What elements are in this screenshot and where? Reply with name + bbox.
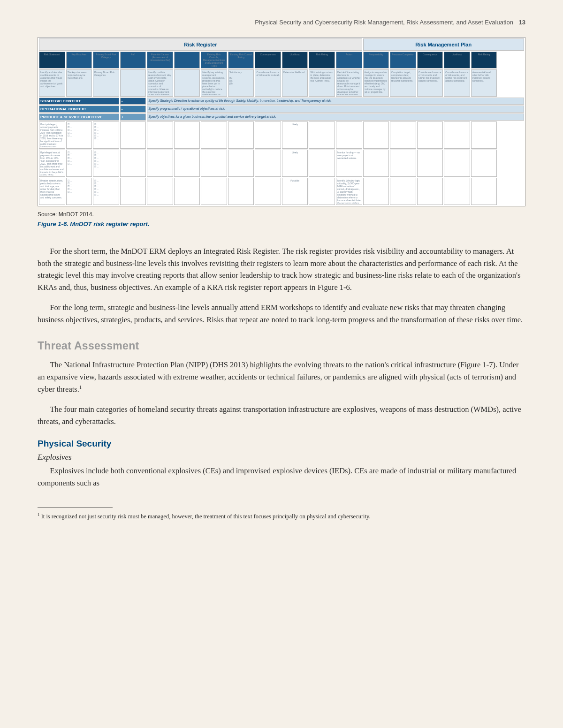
band-strategic-text: Specify Strategic Direction to enhance q… <box>147 98 524 105</box>
hdr-c7: Existing Risk Controls, Management Actio… <box>203 53 225 67</box>
cell: If not privileged, annual payments incre… <box>40 123 64 147</box>
hdr-c10c: Resource Completion <box>392 53 414 56</box>
cell: Identify and describe credible events or… <box>40 71 64 95</box>
cell: Consider each source of risk events in d… <box>256 71 280 95</box>
hdr-c9b: Likelihood <box>289 53 300 56</box>
cell: ☑ ...☑ ...☑ ...☑ ...☑ ... <box>68 151 91 175</box>
table-title-right: Risk Management Plan <box>363 38 524 51</box>
band-product: PRODUCT & SERVICE OBJECTIVE <box>39 114 119 121</box>
paragraph-4: The four main categories of homeland sec… <box>38 403 525 427</box>
table-title-left: Risk Register <box>39 38 362 51</box>
band-operational: OPERATIONAL CONTEXT <box>39 106 119 113</box>
hdr-c11a: Consequence <box>423 53 437 56</box>
figure-risk-register: Risk Register Risk Management Plan Risk … <box>38 37 525 206</box>
cell: If privileged annual payments increase f… <box>40 151 64 175</box>
heading-threat-assessment: Threat Assessment <box>38 340 525 352</box>
cell: Satisfactory (S) (W) (U) <box>229 71 253 95</box>
cell: Identify 1) hydro-logic criticality, 2) … <box>337 179 361 204</box>
hdr-c5: Potential Causes (Assessment of circumst… <box>150 53 170 61</box>
band-tick: - <box>120 106 146 113</box>
paragraph-1: For the short term, the MnDOT ERM deploy… <box>38 245 525 293</box>
cell: ☑ ...☑ ...☑ ...☑ ...☑ ...☑ ... <box>94 179 118 204</box>
paragraph-3-text: The National Infrastructure Protection P… <box>38 360 519 393</box>
hdr-c11b: Likelihood <box>452 53 463 56</box>
hdr-c10a: Action <box>346 53 352 56</box>
band-tick: - <box>120 98 146 105</box>
figure-caption: Figure 1-6. MnDOT risk register report. <box>38 220 525 228</box>
band-product-text: Specify objectives for a given business … <box>147 114 524 121</box>
cell: Determine likelihood <box>283 71 307 95</box>
cell: Completion target; completion date; taki… <box>391 71 415 95</box>
footnote-1: 1 It is recognized not just security ris… <box>38 512 525 521</box>
risk-register-table: Risk Register Risk Management Plan Risk … <box>38 37 525 206</box>
heading-physical-security: Physical Security <box>38 439 525 449</box>
cell: ☑ ...☑ ...☑ ...☑ ...☑ ...☑ ... <box>94 123 118 147</box>
cell: ☑ ...☑ ...☑ ...☑ ...☑ ... <box>68 123 91 147</box>
cell: Decide if the existing risk level is acc… <box>337 71 361 95</box>
running-head: Physical Security and Cybersecurity Risk… <box>38 19 525 26</box>
band-tick: + <box>120 114 146 121</box>
footnote-marker: 1 <box>38 512 40 517</box>
cell: ☑ ...☑ ...☑ ...☑ ...☑ ... <box>68 179 91 204</box>
cell: Likely <box>292 151 298 154</box>
cell: Consider each source of risk events and … <box>418 71 442 95</box>
cell: If water infrastructure, particularly cu… <box>40 179 64 204</box>
paragraph-2: For the long term, strategic and busines… <box>38 302 525 326</box>
cell: Consider each source of risk events, and… <box>445 71 469 95</box>
footnote-text: It is recognized not just security risk … <box>41 513 371 520</box>
figure-source: Source: MnDOT 2014. <box>38 211 525 218</box>
cell: Possible <box>290 179 299 182</box>
hdr-c1: Risk Statement <box>44 53 60 56</box>
hdr-c2: Key Risk Area <box>72 53 86 56</box>
hdr-c8: Existing Risk Control Rating <box>230 53 252 59</box>
cell: Assume risk level after further risk tre… <box>472 71 496 95</box>
cell: Primary Broad Risk Categories <box>94 71 118 95</box>
cell: Monitor funding — no new projects at war… <box>337 151 361 175</box>
hdr-c11c: Risk Rating <box>478 53 490 56</box>
cell: Assign to responsible manager to ensure … <box>365 71 388 95</box>
page-number: 13 <box>519 19 525 26</box>
band-operational-text: Specify programmatic / operational objec… <box>147 106 524 113</box>
cell: ☑ ...☑ ...☑ ...☑ ...☑ ...☑ ... <box>94 151 118 175</box>
hdr-c10b: Responsibility <box>369 53 383 56</box>
heading-explosives: Explosives <box>38 453 525 462</box>
cell: Identify credible reasons how and why ea… <box>148 71 172 95</box>
paragraph-3: The National Infrastructure Protection P… <box>38 359 525 395</box>
cell: Likely <box>292 123 298 126</box>
band-strategic: STRATEGIC CONTEXT <box>39 98 119 105</box>
footnote-rule <box>38 508 113 508</box>
running-head-title: Physical Security and Cybersecurity Risk… <box>255 19 513 26</box>
hdr-c9c: Risk Rating <box>316 53 328 56</box>
paragraph-5: Explosives include both conventional exp… <box>38 465 525 489</box>
hdr-c9a: Consequences <box>260 53 275 56</box>
footnote-ref-1: 1 <box>79 384 82 389</box>
cell: The key risk areas impacted may be more … <box>68 71 91 95</box>
cell: Identify key existing management systems… <box>202 71 226 95</box>
hdr-c3: Primary Broad Risk Category <box>96 53 116 59</box>
cell: With existing controls in place, determi… <box>310 71 334 95</box>
hdr-c4: Ref. <box>131 53 135 56</box>
